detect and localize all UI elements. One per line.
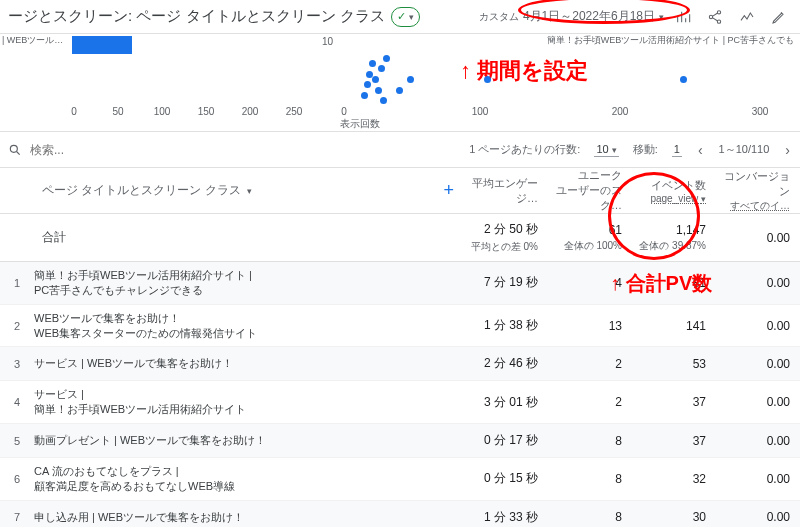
- row-events: 81: [632, 262, 716, 304]
- dimension-header[interactable]: ページ タイトルとスクリーン クラス ▾ +: [34, 168, 464, 213]
- status-badge[interactable]: ✓ ▾: [391, 7, 420, 27]
- row-page-title: 動画プレゼント | WEBツールで集客をお助け！: [34, 424, 464, 457]
- row-events: 32: [632, 458, 716, 500]
- scatter-point: [396, 87, 403, 94]
- table-row[interactable]: 2WEBツールで集客をお助け！WEB集客スターターのための情報発信サイト1 分 …: [0, 305, 800, 348]
- add-dimension-button[interactable]: +: [443, 180, 464, 201]
- table-row[interactable]: 1簡単！お手頃WEBツール活用術紹介サイト |PC苦手さんでもチャレンジできる7…: [0, 262, 800, 305]
- svg-point-3: [10, 145, 17, 152]
- row-index: 4: [0, 381, 34, 423]
- table-row[interactable]: 6CA 流のおもてなしをプラス |顧客満足度を高めるおもてなしWEB導線0 分 …: [0, 458, 800, 501]
- row-events: 30: [632, 501, 716, 527]
- edit-icon[interactable]: [766, 4, 792, 30]
- x-tick: 100: [472, 106, 489, 117]
- rows-per-page-label: 1 ページあたりの行数:: [469, 142, 580, 157]
- y-tick: 10: [322, 36, 333, 47]
- row-index: 3: [0, 347, 34, 380]
- row-avg: 0 分 15 秒: [464, 458, 548, 500]
- row-conv: 0.00: [716, 501, 800, 527]
- row-events: 141: [632, 305, 716, 347]
- row-page-title: サービス |簡単！お手頃WEBツール活用術紹介サイト: [34, 381, 464, 423]
- col-events[interactable]: イベント数 page_view ▾: [632, 168, 716, 213]
- report-header: ージとスクリーン: ページ タイトルとスクリーン クラス ✓ ▾ カスタム 4月…: [0, 0, 800, 34]
- row-uniq: 8: [548, 501, 632, 527]
- insight-icon[interactable]: [734, 4, 760, 30]
- share-icon[interactable]: [702, 4, 728, 30]
- x-tick: 300: [752, 106, 769, 117]
- col-unique-scroll[interactable]: ユニーク ユーザーのスク…: [548, 168, 632, 213]
- table-row[interactable]: 7申し込み用 | WEBツールで集客をお助け！1 分 33 秒8300.00: [0, 501, 800, 527]
- scatter-point: [383, 55, 390, 62]
- x-tick: 200: [242, 106, 259, 117]
- x-axis-label: 表示回数: [340, 117, 380, 131]
- row-uniq: 2: [548, 347, 632, 380]
- table-row[interactable]: 5動画プレゼント | WEBツールで集客をお助け！0 分 17 秒8370.00: [0, 424, 800, 458]
- table-header: ページ タイトルとスクリーン クラス ▾ + 平均エンゲージ… ユニーク ユーザ…: [0, 168, 800, 214]
- x-tick: 50: [112, 106, 123, 117]
- date-range-picker[interactable]: カスタム 4月1日～2022年6月18日 ▾: [479, 8, 664, 25]
- totals-avg: 2 分 50 秒 平均との差 0%: [464, 214, 548, 261]
- chevron-down-icon: ▾: [659, 12, 664, 22]
- rows-per-page-value[interactable]: 10 ▾: [594, 143, 618, 157]
- row-avg: 2 分 46 秒: [464, 347, 548, 380]
- row-conv: 0.00: [716, 381, 800, 423]
- table-row[interactable]: 3サービス | WEBツールで集客をお助け！2 分 46 秒2530.00: [0, 347, 800, 381]
- totals-label: 合計: [0, 214, 464, 261]
- row-index: 7: [0, 501, 34, 527]
- chart-strip: | WEBツール… 0 50 100 150 200 250 簡単！お手頃WEB…: [0, 34, 800, 132]
- scatter-legend: 簡単！お手頃WEBツール活用術紹介サイト | PC苦手さんでも: [547, 34, 794, 47]
- bar-chart: | WEBツール… 0 50 100 150 200 250: [0, 34, 320, 131]
- row-conv: 0.00: [716, 424, 800, 457]
- dimension-label: ページ タイトルとスクリーン クラス: [42, 182, 241, 199]
- row-index: 5: [0, 424, 34, 457]
- row-conv: 0.00: [716, 458, 800, 500]
- row-conv: 0.00: [716, 305, 800, 347]
- row-avg: 1 分 33 秒: [464, 501, 548, 527]
- row-conv: 0.00: [716, 262, 800, 304]
- goto-value[interactable]: 1: [672, 143, 682, 157]
- row-uniq: 8: [548, 424, 632, 457]
- row-events: 37: [632, 424, 716, 457]
- row-avg: 7 分 19 秒: [464, 262, 548, 304]
- row-page-title: WEBツールで集客をお助け！WEB集客スターターのための情報発信サイト: [34, 305, 464, 347]
- row-page-title: 申し込み用 | WEBツールで集客をお助け！: [34, 501, 464, 527]
- table-totals-row: 合計 2 分 50 秒 平均との差 0% 61 全体の 100% 1,147 全…: [0, 214, 800, 262]
- table-row[interactable]: 4サービス |簡単！お手頃WEBツール活用術紹介サイト3 分 01 秒2370.…: [0, 381, 800, 424]
- date-prefix: カスタム: [479, 10, 519, 24]
- x-tick: 0: [341, 106, 347, 117]
- row-page-title: CA 流のおもてなしをプラス |顧客満足度を高めるおもてなしWEB導線: [34, 458, 464, 500]
- row-index: 2: [0, 305, 34, 347]
- x-tick: 150: [198, 106, 215, 117]
- report-table: ページ タイトルとスクリーン クラス ▾ + 平均エンゲージ… ユニーク ユーザ…: [0, 168, 800, 527]
- row-uniq: 8: [548, 458, 632, 500]
- chevron-down-icon: ▾: [409, 12, 414, 22]
- scatter-point: [680, 76, 687, 83]
- row-avg: 0 分 17 秒: [464, 424, 548, 457]
- page-range: 1～10/110: [719, 142, 770, 157]
- next-page-button[interactable]: ›: [783, 142, 792, 158]
- row-index: 1: [0, 262, 34, 304]
- compare-icon[interactable]: [670, 4, 696, 30]
- scatter-point: [375, 87, 382, 94]
- prev-page-button[interactable]: ‹: [696, 142, 705, 158]
- search-input[interactable]: [28, 142, 108, 158]
- x-tick: 200: [612, 106, 629, 117]
- scatter-point: [378, 65, 385, 72]
- col-avg-engagement[interactable]: 平均エンゲージ…: [464, 168, 548, 213]
- row-conv: 0.00: [716, 347, 800, 380]
- bar-0: [72, 36, 132, 54]
- col-conversions[interactable]: コンバージョン すべてのイ…: [716, 168, 800, 213]
- row-uniq: 2: [548, 381, 632, 423]
- chevron-down-icon: ▾: [247, 186, 252, 196]
- row-page-title: 簡単！お手頃WEBツール活用術紹介サイト |PC苦手さんでもチャレンジできる: [34, 262, 464, 304]
- goto-label: 移動:: [633, 142, 658, 157]
- search-box[interactable]: [8, 142, 108, 158]
- scatter-point: [380, 97, 387, 104]
- scatter-point: [364, 81, 371, 88]
- row-avg: 3 分 01 秒: [464, 381, 548, 423]
- totals-conv: 0.00: [716, 214, 800, 261]
- annotation-period: ↑ 期間を設定: [460, 56, 588, 86]
- scatter-point: [372, 76, 379, 83]
- row-uniq: 4: [548, 262, 632, 304]
- x-tick: 0: [71, 106, 77, 117]
